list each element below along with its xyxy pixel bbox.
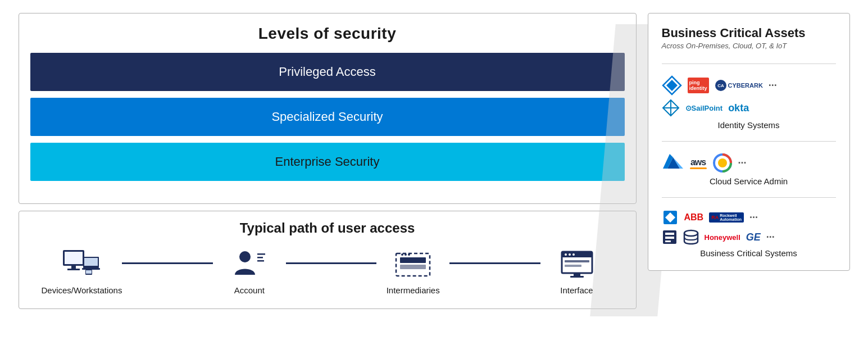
- svg-rect-14: [400, 257, 426, 263]
- business-critical-title: Business Critical Assets: [662, 26, 836, 40]
- identity-logos-row2: ⊙SailPoint okta: [662, 99, 836, 117]
- svg-point-21: [565, 253, 567, 256]
- svg-point-39: [718, 158, 727, 167]
- ot-icon: [662, 209, 679, 226]
- right-panel-header: Business Critical Assets Across On-Premi…: [662, 26, 836, 52]
- intermediaries-icon: [393, 247, 433, 281]
- levels-title: Levels of security: [30, 25, 625, 43]
- svg-marker-29: [666, 80, 678, 91]
- ping-logo: pingidentity: [688, 78, 709, 93]
- identity-logos: pingidentity CA CYBERARK ···: [662, 75, 836, 96]
- business-logos-row2: Honeywell GE ···: [662, 229, 836, 245]
- svg-point-46: [684, 230, 698, 236]
- svg-rect-1: [65, 252, 83, 264]
- connector-2: [286, 262, 376, 264]
- sailpoint-text: ⊙SailPoint: [685, 104, 723, 112]
- square-icon: [662, 229, 678, 245]
- svg-point-23: [572, 253, 575, 256]
- interface-icon: [557, 247, 597, 281]
- business-critical-subtitle: Across On-Premises, Cloud, OT, & IoT: [662, 42, 836, 50]
- db-icon: [683, 229, 699, 245]
- sailpoint-icon: [662, 99, 680, 117]
- business-more-2: ···: [766, 232, 775, 243]
- enterprise-security-bar: Enterprise Security: [30, 143, 625, 181]
- gcp-logo: [712, 153, 733, 173]
- cloud-logos: aws ···: [662, 153, 836, 173]
- connector-3: [449, 262, 540, 264]
- svg-rect-2: [71, 266, 76, 269]
- svg-point-18: [408, 253, 410, 256]
- svg-rect-27: [570, 276, 584, 278]
- svg-rect-5: [84, 258, 98, 266]
- svg-rect-6: [82, 268, 100, 270]
- devices-label: Devices/Workstations: [42, 285, 122, 295]
- svg-rect-3: [67, 269, 80, 270]
- devices-icon: [62, 247, 101, 281]
- aws-logo: aws: [690, 157, 707, 169]
- divider-2: [662, 141, 836, 142]
- azure-cloud-logo: [662, 153, 684, 173]
- azure-logo: [662, 75, 682, 96]
- divider-1: [662, 63, 836, 64]
- path-item-intermediaries: Intermediaries: [376, 247, 449, 295]
- svg-rect-26: [574, 273, 580, 276]
- identity-label: Identity Systems: [662, 120, 836, 130]
- right-panel: Business Critical Assets Across On-Premi…: [648, 13, 850, 271]
- svg-point-16: [401, 253, 403, 256]
- levels-box: Levels of security Privileged Access Spe…: [19, 13, 637, 204]
- svg-rect-24: [565, 260, 589, 262]
- svg-rect-25: [565, 265, 581, 267]
- svg-rect-43: [665, 233, 674, 235]
- divider-3: [662, 197, 836, 198]
- svg-rect-44: [665, 237, 674, 239]
- path-items: Devices/Workstations: [30, 247, 625, 295]
- okta-logo: okta: [728, 102, 749, 114]
- cyberark-logo: CA CYBERARK: [715, 79, 763, 92]
- svg-point-9: [239, 251, 251, 262]
- identity-more: ···: [769, 80, 777, 92]
- path-item-account: Account: [213, 247, 286, 295]
- rockwell-logo: RA RockwellAutomation: [709, 212, 744, 223]
- interface-label: Interface: [560, 285, 593, 295]
- left-panel: Levels of security Privileged Access Spe…: [19, 13, 637, 350]
- cloud-section: aws ··· Cloud Service Admin: [662, 153, 836, 186]
- main-container: Levels of security Privileged Access Spe…: [13, 7, 856, 356]
- business-more: ···: [749, 212, 758, 224]
- svg-rect-8: [86, 270, 92, 274]
- svg-point-22: [569, 253, 571, 256]
- path-title: Typical path of user access: [30, 220, 625, 236]
- ge-logo: GE: [746, 232, 761, 243]
- honeywell-logo: Honeywell: [705, 233, 740, 242]
- specialized-security-bar: Specialized Security: [30, 98, 625, 136]
- path-item-devices: Devices/Workstations: [42, 247, 122, 295]
- cloud-more: ···: [738, 157, 747, 169]
- account-label: Account: [234, 285, 265, 295]
- intermediaries-label: Intermediaries: [387, 285, 440, 295]
- identity-section: pingidentity CA CYBERARK ···: [662, 75, 836, 130]
- business-logos-row1: ABB RA RockwellAutomation ···: [662, 209, 836, 226]
- svg-point-17: [405, 253, 407, 256]
- privileged-access-bar: Privileged Access: [30, 53, 625, 91]
- svg-rect-15: [400, 265, 426, 269]
- abb-logo: ABB: [684, 212, 704, 223]
- path-box: Typical path of user access: [19, 211, 637, 309]
- cloud-label: Cloud Service Admin: [662, 176, 836, 186]
- cyberark-icon: CA: [715, 79, 727, 92]
- svg-rect-12: [257, 260, 264, 262]
- svg-text:CA: CA: [717, 84, 724, 89]
- right-panel-wrapper: Business Critical Assets Across On-Premi…: [648, 13, 850, 350]
- business-section: ABB RA RockwellAutomation ···: [662, 209, 836, 258]
- svg-rect-11: [257, 257, 263, 258]
- svg-rect-45: [665, 241, 671, 242]
- business-label: Business Critical Systems: [662, 248, 836, 258]
- connector-1: [122, 262, 212, 264]
- svg-rect-10: [257, 253, 265, 255]
- account-icon: [230, 247, 269, 281]
